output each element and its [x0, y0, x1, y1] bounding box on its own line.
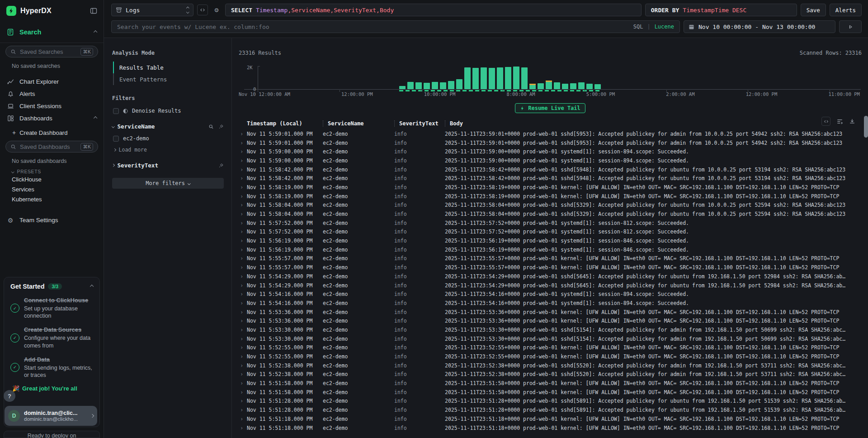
select-query-input[interactable]: SELECTTimestamp,ServiceName,SeverityText… — [225, 4, 642, 16]
sidebar-preset-item[interactable]: ClickHouse — [0, 174, 104, 184]
histogram-bar[interactable] — [570, 83, 576, 89]
deploy-banner[interactable]: Ready to deploy on — [4, 431, 100, 438]
filter-search-icon[interactable] — [208, 124, 214, 129]
table-row[interactable]: › Nov 11 5:56:19.000 PM ec2-demo info 20… — [239, 236, 862, 245]
row-expand-chevron[interactable]: › — [239, 220, 247, 226]
resume-live-tail-button[interactable]: Resume Live Tail — [515, 103, 585, 113]
histogram-bar[interactable] — [562, 84, 568, 89]
row-expand-chevron[interactable]: › — [239, 140, 247, 146]
filter-option-ec2-demo[interactable]: ec2-demo — [113, 135, 224, 142]
table-row[interactable]: › Nov 11 5:58:19.000 PM ec2-demo info 20… — [239, 183, 862, 192]
hyperdx-logo-icon[interactable] — [6, 6, 16, 16]
filter-option-checkbox[interactable] — [113, 136, 119, 142]
row-expand-chevron[interactable]: › — [239, 344, 247, 351]
table-row[interactable]: › Nov 11 5:58:04.000 PM ec2-demo info 20… — [239, 209, 862, 219]
help-button[interactable]: ? — [4, 390, 15, 402]
row-expand-chevron[interactable]: › — [239, 175, 247, 181]
table-row[interactable]: › Nov 11 5:52:55.000 PM ec2-demo info 20… — [239, 352, 862, 361]
table-row[interactable]: › Nov 11 5:51:18.000 PM ec2-demo info 20… — [239, 414, 862, 424]
row-expand-chevron[interactable]: › — [239, 255, 247, 262]
row-expand-chevron[interactable]: › — [239, 238, 247, 244]
more-filters-button[interactable]: More filters — [112, 178, 224, 189]
run-query-button[interactable] — [839, 20, 862, 33]
table-row[interactable]: › Nov 11 5:57:52.000 PM ec2-demo info 20… — [239, 228, 862, 237]
row-expand-chevron[interactable]: › — [239, 327, 247, 333]
table-row[interactable]: › Nov 11 5:53:36.000 PM ec2-demo info 20… — [239, 316, 862, 325]
row-expand-chevron[interactable]: › — [239, 407, 247, 413]
histogram-bar[interactable] — [481, 67, 487, 89]
filter-group-servicename[interactable]: ServiceName — [112, 123, 224, 130]
histogram-bar[interactable] — [538, 83, 544, 89]
order-by-input[interactable]: ORDER BYTimestampTime DESC — [645, 4, 797, 16]
table-row[interactable]: › Nov 11 5:54:29.000 PM ec2-demo info 20… — [239, 272, 862, 281]
row-expand-chevron[interactable]: › — [239, 273, 247, 280]
sidebar-item-chart-explorer[interactable]: Chart Explorer — [0, 76, 104, 88]
histogram-bar[interactable] — [448, 81, 454, 89]
histogram-bar[interactable] — [505, 67, 511, 89]
histogram-bar[interactable] — [472, 68, 479, 89]
column-header-severitytext[interactable]: SeverityText — [394, 120, 445, 127]
source-settings-gear-icon[interactable]: ⚙ — [212, 5, 222, 15]
histogram-bar[interactable] — [399, 86, 406, 89]
vertical-scrollbar-thumb[interactable] — [864, 116, 868, 138]
histogram-bar[interactable] — [489, 68, 495, 89]
row-expand-chevron[interactable]: › — [239, 291, 247, 297]
date-range-picker[interactable]: Nov 10 00:00:00 - Nov 13 00:00:00 — [684, 20, 835, 33]
filter-group-severitytext[interactable]: SeverityText — [112, 162, 224, 169]
sidebar-item-client-sessions[interactable]: Client Sessions — [0, 100, 104, 112]
row-expand-chevron[interactable]: › — [239, 229, 247, 235]
table-row[interactable]: › Nov 11 5:51:28.000 PM ec2-demo info 20… — [239, 397, 862, 406]
source-select[interactable]: Logs — [111, 4, 193, 16]
histogram-bar[interactable] — [546, 82, 552, 89]
pin-icon[interactable] — [218, 124, 224, 129]
column-header-timestamp[interactable]: Timestamp (Local) — [247, 120, 323, 127]
row-expand-chevron[interactable]: › — [239, 131, 247, 137]
row-expand-chevron[interactable]: › — [239, 282, 247, 289]
row-expand-chevron[interactable]: › — [239, 309, 247, 315]
table-row[interactable]: › Nov 11 5:52:55.000 PM ec2-demo info 20… — [239, 343, 862, 352]
lang-sql[interactable]: SQL — [633, 24, 643, 30]
row-expand-chevron[interactable]: › — [239, 167, 247, 173]
table-row[interactable]: › Nov 11 5:51:18.000 PM ec2-demo info 20… — [239, 424, 862, 433]
table-row[interactable]: › Nov 11 5:51:58.000 PM ec2-demo info 20… — [239, 388, 862, 397]
row-expand-chevron[interactable]: › — [239, 148, 247, 155]
table-row[interactable]: › Nov 11 5:51:58.000 PM ec2-demo info 20… — [239, 379, 862, 388]
get-started-header[interactable]: Get Started 3/3 — [10, 283, 93, 290]
table-row[interactable]: › Nov 11 5:53:30.000 PM ec2-demo info 20… — [239, 325, 862, 334]
code-toggle-button[interactable] — [197, 5, 208, 15]
presets-section-toggle[interactable]: PRESETS — [12, 169, 104, 174]
table-row[interactable]: › Nov 11 5:52:38.000 PM ec2-demo info 20… — [239, 361, 862, 370]
row-expand-chevron[interactable]: › — [239, 362, 247, 369]
mode-event-patterns[interactable]: Event Patterns — [113, 73, 224, 85]
table-row[interactable]: › Nov 11 5:56:19.000 PM ec2-demo info 20… — [239, 245, 862, 254]
histogram-bar[interactable] — [440, 82, 446, 89]
table-row[interactable]: › Nov 11 5:53:30.000 PM ec2-demo info 20… — [239, 334, 862, 343]
table-row[interactable]: › Nov 11 5:58:19.000 PM ec2-demo info 20… — [239, 192, 862, 201]
histogram-bar[interactable] — [407, 82, 414, 89]
get-started-item[interactable]: ✓ Create Data Sources Configure where yo… — [10, 326, 93, 349]
column-header-body[interactable]: Body — [445, 120, 862, 127]
histogram-bar[interactable] — [521, 67, 528, 89]
user-menu[interactable]: D dominic.tran@clic... dominic.tran@clic… — [5, 406, 97, 426]
saved-searches-input[interactable]: Saved Searches ⌘K — [5, 46, 98, 57]
row-expand-chevron[interactable]: › — [239, 371, 247, 377]
search-input[interactable]: Search your events w/ Lucene ex. column:… — [111, 20, 680, 33]
histogram-bar[interactable] — [554, 82, 560, 89]
table-row[interactable]: › Nov 11 5:54:16.000 PM ec2-demo info 20… — [239, 290, 862, 299]
table-row[interactable]: › Nov 11 5:58:42.000 PM ec2-demo info 20… — [239, 174, 862, 183]
histogram-bar[interactable] — [497, 67, 503, 89]
alerts-button[interactable]: Alerts — [830, 4, 862, 16]
row-expand-chevron[interactable]: › — [239, 264, 247, 271]
histogram-plot[interactable]: 2K 0 — [244, 66, 861, 90]
table-row[interactable]: › Nov 11 5:55:57.000 PM ec2-demo info 20… — [239, 263, 862, 272]
row-expand-chevron[interactable]: › — [239, 425, 247, 431]
load-more-button[interactable]: Load more — [113, 147, 224, 153]
table-row[interactable]: › Nov 11 5:54:29.000 PM ec2-demo info 20… — [239, 281, 862, 290]
histogram-bar[interactable] — [456, 79, 462, 89]
row-expand-chevron[interactable]: › — [239, 380, 247, 386]
histogram-bar[interactable] — [432, 82, 438, 89]
table-row[interactable]: › Nov 11 5:57:52.000 PM ec2-demo info 20… — [239, 219, 862, 228]
row-expand-chevron[interactable]: › — [239, 398, 247, 404]
table-row[interactable]: › Nov 11 5:59:01.000 PM ec2-demo info 20… — [239, 138, 862, 148]
table-row[interactable]: › Nov 11 5:58:42.000 PM ec2-demo info 20… — [239, 165, 862, 174]
